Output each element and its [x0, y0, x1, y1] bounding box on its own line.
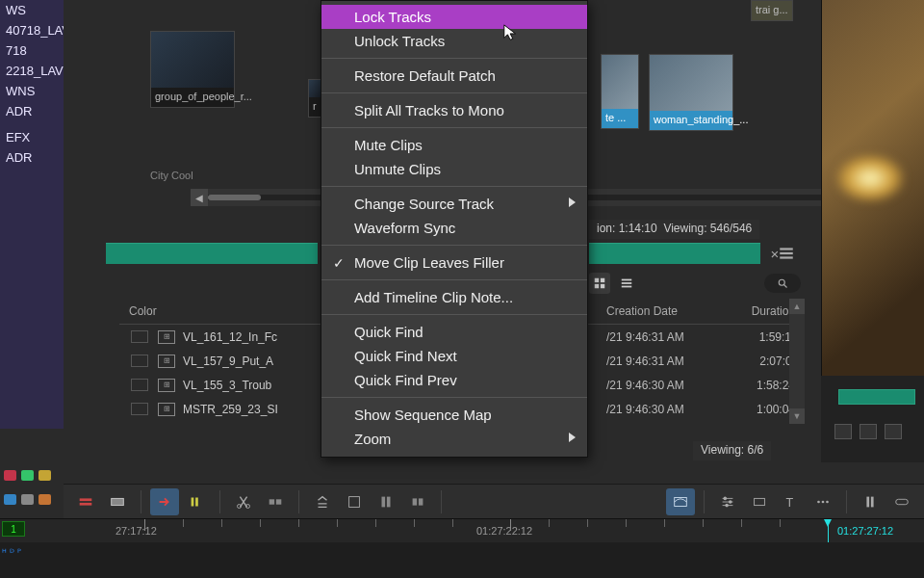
svg-rect-23	[387, 496, 391, 507]
menu-item[interactable]: Split All Tracks to Mono	[321, 98, 587, 122]
menu-item[interactable]: Add Timeline Clip Note...	[321, 285, 587, 309]
list-view-button[interactable]	[616, 273, 637, 294]
menu-item[interactable]: Zoom	[321, 427, 587, 451]
mode-orange-icon[interactable]	[38, 494, 51, 505]
thumbnail-label: r	[309, 97, 321, 117]
bin-tree-item[interactable]: WNS	[0, 81, 64, 101]
mode-yellow-icon[interactable]	[38, 470, 51, 481]
mode-blue-icon[interactable]	[4, 494, 16, 505]
scroll-up-arrow-icon[interactable]: ▲	[789, 299, 805, 314]
bin-thumbnail[interactable]: trai g...	[751, 0, 793, 21]
render-button[interactable]	[745, 488, 774, 515]
menu-item[interactable]: Move Clip Leaves Filler✓	[321, 250, 587, 275]
overwrite-button[interactable]	[103, 488, 132, 515]
insert-arrow-button[interactable]	[150, 488, 179, 515]
scroll-thumb[interactable]	[208, 195, 261, 200]
column-header-date[interactable]: Creation Date	[606, 304, 733, 318]
bin-tree-item[interactable]: ADR	[0, 147, 64, 168]
row-checkbox[interactable]	[131, 403, 148, 415]
search-input[interactable]	[764, 274, 801, 293]
timecode-label: 27:17:12	[116, 525, 157, 537]
clip-date: /21 9:46:30 AM	[606, 403, 733, 416]
collapse-button[interactable]	[372, 488, 400, 515]
mode-green-icon[interactable]	[21, 470, 34, 481]
thumbnail-image	[309, 80, 321, 97]
bin-tree-item[interactable]: WS	[0, 0, 64, 20]
menu-separator	[321, 186, 587, 187]
effect-mode-button[interactable]	[666, 488, 695, 515]
menu-item[interactable]: Quick Find Prev	[321, 368, 587, 392]
scroll-left-arrow-icon[interactable]: ◀	[191, 189, 208, 206]
menu-item[interactable]: Lock Tracks	[321, 5, 587, 29]
menu-separator	[321, 279, 587, 280]
mark-in-out-button[interactable]	[182, 488, 211, 515]
timeline-start-marker[interactable]: 1	[2, 521, 25, 537]
menu-item[interactable]: Waveform Sync	[321, 216, 587, 240]
menu-item[interactable]: Quick Find Next	[321, 344, 587, 368]
row-checkbox[interactable]	[131, 379, 148, 391]
menu-item[interactable]: Unmute Clips	[321, 157, 587, 181]
menu-separator	[321, 314, 587, 315]
svg-rect-3	[595, 278, 599, 282]
timeline-track[interactable]	[0, 542, 924, 578]
source-monitor[interactable]	[821, 0, 924, 376]
timeline-ruler[interactable]: 1 27:17:12 01:27:22:12 01:27:27:12	[0, 519, 924, 542]
lift-button[interactable]	[308, 488, 337, 515]
toolbar-separator	[141, 490, 141, 513]
track-lock-icon[interactable]	[834, 424, 852, 439]
timeline-panel[interactable]: 1 27:17:12 01:27:22:12 01:27:27:12 ᴴ ᴰ ᴾ	[0, 518, 924, 578]
splice-in-button[interactable]	[71, 488, 100, 515]
bin-thumbnail[interactable]: woman_standing_...	[649, 54, 733, 131]
preview-image	[835, 154, 905, 202]
menu-item[interactable]: Unlock Tracks	[321, 29, 587, 53]
timeline-panel-header[interactable]	[106, 243, 318, 264]
trim-button[interactable]	[261, 488, 290, 515]
settings-sliders-button[interactable]	[713, 488, 742, 515]
menu-item[interactable]: Change Source Track	[321, 192, 587, 216]
more-button[interactable]	[808, 488, 837, 515]
link-button[interactable]	[887, 488, 916, 515]
timeline-toolbar: T	[64, 484, 924, 518]
snap-button[interactable]	[856, 488, 885, 515]
menu-item[interactable]: Show Sequence Map	[321, 403, 587, 427]
list-vertical-scrollbar[interactable]: ▲ ▼	[789, 299, 805, 424]
scroll-down-arrow-icon[interactable]: ▼	[789, 408, 805, 424]
track-disk-icon[interactable]	[860, 424, 877, 439]
panel-menu-icon[interactable]	[778, 245, 795, 262]
extract-button[interactable]	[340, 488, 369, 515]
bin-thumbnail[interactable]: te ...	[601, 54, 639, 129]
mini-clip[interactable]	[838, 389, 915, 405]
title-tool-button[interactable]: T	[777, 488, 806, 515]
row-checkbox[interactable]	[131, 355, 148, 367]
column-header-color[interactable]: Color	[119, 304, 173, 318]
menu-item[interactable]: Restore Default Patch	[321, 64, 587, 88]
bin-thumbnail[interactable]: group_of_people_r...	[150, 31, 235, 108]
bin-tree-sidebar[interactable]: WS 40718_LAV 718 2218_LAV WNS ADR EFX AD…	[0, 0, 64, 429]
bin-thumbnail[interactable]: r	[308, 79, 321, 118]
mode-grey-icon[interactable]	[21, 494, 34, 505]
thumbnail-image	[650, 55, 732, 111]
checkmark-icon: ✓	[333, 255, 345, 271]
bin-tree-item[interactable]: 40718_LAV	[0, 20, 64, 40]
clip-date: /21 9:46:31 AM	[606, 330, 733, 344]
add-edit-button[interactable]	[403, 488, 432, 515]
frame-view-button[interactable]	[589, 273, 610, 294]
svg-rect-40	[896, 499, 909, 504]
timeline-panel-header[interactable]: ×	[589, 243, 760, 264]
cut-button[interactable]	[229, 488, 258, 515]
bin-tree-item[interactable]: ADR	[0, 101, 64, 121]
svg-point-37	[826, 500, 829, 503]
bin-tree-item[interactable]: 718	[0, 40, 64, 61]
bin-tree-item[interactable]: 2218_LAV	[0, 61, 64, 81]
position-readout: ion: 1:14:10 Viewing: 546/546	[589, 220, 759, 239]
bin-tree-item[interactable]: EFX	[0, 127, 64, 147]
menu-item[interactable]: Mute Clips	[321, 133, 587, 157]
track-settings-icon[interactable]	[885, 424, 902, 439]
menu-item[interactable]: Quick Find	[321, 320, 587, 344]
clip-type-icon: ⊞	[158, 330, 175, 344]
mode-red-icon[interactable]	[4, 470, 16, 481]
svg-rect-39	[871, 496, 874, 507]
playhead[interactable]	[828, 519, 829, 542]
mode-palette	[0, 464, 64, 518]
row-checkbox[interactable]	[131, 330, 148, 343]
